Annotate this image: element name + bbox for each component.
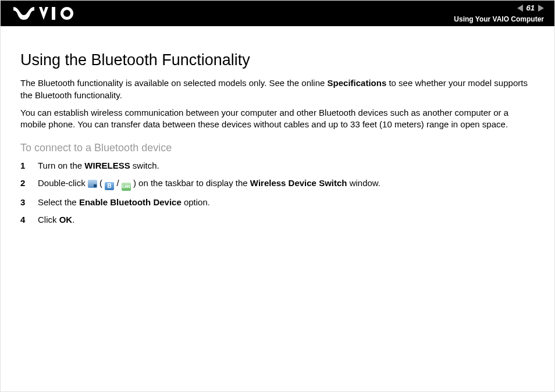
section-label: Using Your VAIO Computer bbox=[454, 15, 544, 24]
page-number: 61 bbox=[526, 3, 535, 13]
pager: 61 bbox=[517, 3, 544, 13]
text: Click bbox=[38, 215, 59, 224]
intro-paragraph-1: The Bluetooth functionality is available… bbox=[20, 77, 535, 101]
subheading: To connect to a Bluetooth device bbox=[20, 141, 535, 155]
vaio-logo bbox=[13, 7, 79, 20]
page-title: Using the Bluetooth Functionality bbox=[20, 49, 535, 70]
header-bar: 61 Using Your VAIO Computer bbox=[1, 1, 554, 26]
text: window. bbox=[347, 178, 380, 188]
text: Double-click bbox=[38, 178, 88, 188]
step-2: Double-click ( B / LAN ) on the taskbar … bbox=[20, 177, 535, 191]
text: ) on the taskbar to display the bbox=[131, 178, 250, 188]
wireless-switch-icon bbox=[88, 180, 97, 188]
svg-point-3 bbox=[63, 10, 70, 17]
bluetooth-b-icon: B bbox=[105, 182, 114, 190]
text: . bbox=[72, 215, 74, 224]
lan-icon: LAN bbox=[122, 183, 131, 191]
text: switch. bbox=[130, 161, 159, 170]
text-bold: Enable Bluetooth Device bbox=[79, 197, 182, 207]
svg-rect-1 bbox=[52, 7, 55, 20]
step-3: Select the Enable Bluetooth Device optio… bbox=[20, 197, 535, 208]
text: Select the bbox=[38, 197, 79, 207]
text-bold: WIRELESS bbox=[84, 161, 130, 170]
step-1: Turn on the WIRELESS switch. bbox=[20, 160, 535, 172]
step-4: Click OK. bbox=[20, 214, 535, 226]
header-right: 61 Using Your VAIO Computer bbox=[454, 3, 544, 24]
prev-page-arrow-icon[interactable] bbox=[517, 5, 523, 12]
text-bold: Specifications bbox=[328, 78, 387, 88]
steps-list: Turn on the WIRELESS switch. Double-clic… bbox=[20, 160, 535, 226]
text: The Bluetooth functionality is available… bbox=[20, 78, 328, 88]
next-page-arrow-icon[interactable] bbox=[538, 5, 544, 12]
text: Turn on the bbox=[38, 161, 84, 170]
text-bold: OK bbox=[59, 215, 73, 224]
intro-paragraph-2: You can establish wireless communication… bbox=[20, 107, 535, 131]
text-bold: Wireless Device Switch bbox=[250, 178, 347, 188]
page-content: Using the Bluetooth Functionality The Bl… bbox=[1, 26, 554, 226]
text: / bbox=[114, 178, 122, 188]
text: option. bbox=[182, 197, 210, 207]
text: ( bbox=[97, 178, 105, 188]
